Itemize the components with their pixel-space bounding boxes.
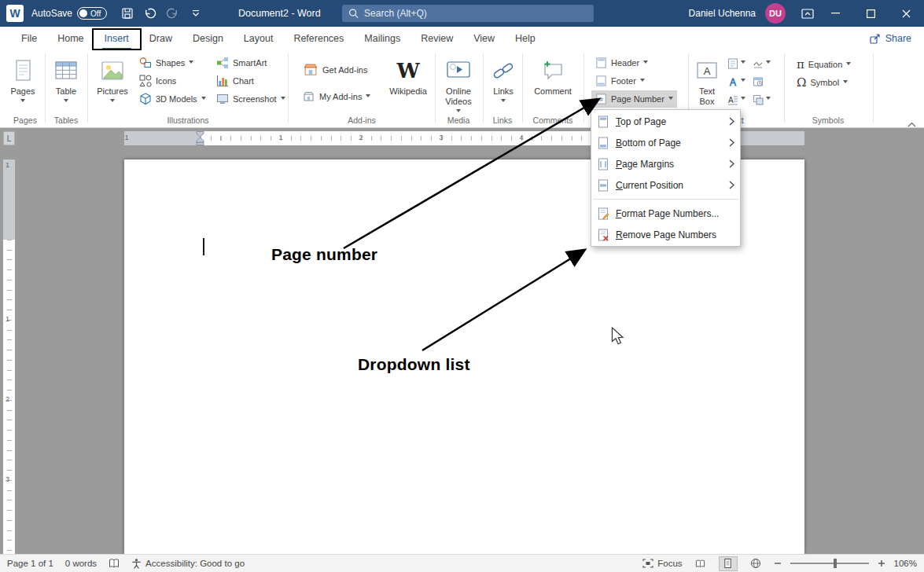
document-title: Document2 - Word <box>238 0 321 27</box>
search-input[interactable] <box>364 8 587 19</box>
ruler-number: 1 <box>278 134 282 141</box>
group-divider <box>483 53 484 123</box>
quick-parts-button[interactable] <box>725 55 749 72</box>
menu-item-top-of-page[interactable]: Top of Page <box>591 111 740 132</box>
date-time-button[interactable] <box>750 73 774 90</box>
ribbon-tab-bar: File Home Insert Draw Design Layout Refe… <box>0 27 924 50</box>
tab-view[interactable]: View <box>463 27 505 50</box>
shapes-button[interactable]: Shapes <box>135 54 197 72</box>
chevron-down-icon <box>766 97 771 102</box>
vertical-ruler[interactable]: 1 1 2 3 <box>3 160 15 554</box>
menu-item-page-margins[interactable]: Page Margins <box>591 153 740 174</box>
smartart-icon <box>216 57 229 69</box>
text-box-button[interactable]: A Text Box <box>692 53 722 116</box>
zoom-slider-thumb[interactable] <box>834 559 837 568</box>
avatar[interactable]: DU <box>765 3 786 24</box>
group-divider <box>87 53 88 123</box>
accessibility-status[interactable]: Accessibility: Good to go <box>131 558 245 569</box>
zoom-out-button[interactable] <box>774 559 782 567</box>
word-logo-icon[interactable]: W <box>6 5 24 22</box>
menu-item-bottom-of-page[interactable]: Bottom of Page <box>591 132 740 153</box>
proofing-button[interactable] <box>109 558 120 569</box>
read-mode-button[interactable] <box>691 556 710 571</box>
chevron-down-icon <box>640 79 645 84</box>
menu-item-current-position[interactable]: Current Position <box>591 174 740 196</box>
group-divider <box>522 53 523 123</box>
user-name[interactable]: Daniel Uchenna <box>689 8 756 19</box>
ribbon-display-options-button[interactable] <box>797 0 818 27</box>
tab-review[interactable]: Review <box>410 27 463 50</box>
online-videos-button[interactable]: Online Videos <box>440 53 477 116</box>
links-button[interactable]: Links <box>488 53 519 116</box>
wikipedia-button[interactable]: W Wikipedia <box>388 53 429 116</box>
text-box-icon: A <box>695 55 719 86</box>
symbol-button[interactable]: Ω Symbol <box>793 74 852 91</box>
my-add-ins-button[interactable]: My Add-ins <box>299 88 374 105</box>
maximize-button[interactable] <box>853 0 889 27</box>
bottom-of-page-icon <box>597 137 609 149</box>
quick-access-toolbar-button[interactable] <box>185 0 206 27</box>
menu-item-label: Page Margins <box>616 159 674 170</box>
tab-draw[interactable]: Draw <box>139 27 182 50</box>
chevron-down-icon <box>741 60 745 66</box>
online-videos-label: Online Videos <box>441 86 476 107</box>
table-label: Table <box>56 86 76 97</box>
footer-button[interactable]: Footer <box>591 72 649 90</box>
page-number-icon: # <box>595 93 607 105</box>
chart-button[interactable]: Chart <box>212 72 258 90</box>
drop-cap-button[interactable]: A <box>725 91 749 108</box>
tab-home[interactable]: Home <box>47 27 94 50</box>
redo-button[interactable] <box>162 0 183 27</box>
share-button[interactable]: Share <box>870 27 911 50</box>
menu-item-format-page-numbers[interactable]: Format Page Numbers... <box>591 203 740 224</box>
wordart-button[interactable]: A <box>725 73 749 90</box>
tab-design[interactable]: Design <box>182 27 234 50</box>
quick-parts-icon <box>727 58 738 69</box>
tab-layout[interactable]: Layout <box>234 27 284 50</box>
word-count[interactable]: 0 words <box>65 559 97 568</box>
signature-line-button[interactable] <box>750 55 774 72</box>
zoom-slider[interactable] <box>790 563 869 564</box>
tab-help[interactable]: Help <box>505 27 546 50</box>
tab-selector[interactable]: L <box>3 131 15 145</box>
page-info[interactable]: Page 1 of 1 <box>7 559 53 568</box>
search-box[interactable] <box>342 5 594 22</box>
chevron-down-icon <box>766 60 771 66</box>
screenshot-button[interactable]: Screenshot <box>212 90 289 108</box>
focus-button[interactable]: Focus <box>642 559 682 568</box>
pictures-button[interactable]: Pictures <box>93 53 132 116</box>
submenu-chevron-icon <box>729 138 734 147</box>
tab-mailings[interactable]: Mailings <box>354 27 410 50</box>
object-button[interactable] <box>750 91 774 108</box>
minimize-button[interactable] <box>818 0 853 27</box>
tab-file[interactable]: File <box>11 27 47 50</box>
undo-button[interactable] <box>139 0 160 27</box>
save-button[interactable] <box>116 0 138 27</box>
3d-models-button[interactable]: 3D Models <box>135 90 210 108</box>
tab-insert[interactable]: Insert <box>94 27 139 50</box>
pages-button[interactable]: Pages <box>6 53 39 116</box>
page-number-button[interactable]: # Page Number <box>591 90 677 108</box>
menu-item-remove-page-numbers[interactable]: Remove Page Numbers <box>591 224 740 245</box>
zoom-in-button[interactable] <box>878 559 885 567</box>
header-label: Header <box>611 58 639 68</box>
header-button[interactable]: Header <box>591 54 652 72</box>
zoom-level[interactable]: 106% <box>894 559 917 568</box>
comment-button[interactable]: Comment <box>528 53 577 116</box>
table-button[interactable]: Table <box>49 53 83 116</box>
web-layout-button[interactable] <box>746 556 765 571</box>
indent-markers[interactable] <box>196 131 204 145</box>
print-layout-button[interactable] <box>719 556 738 571</box>
autosave-toggle[interactable]: AutoSave Off <box>31 7 107 20</box>
chevron-down-icon <box>456 109 461 115</box>
smartart-button[interactable]: SmartArt <box>212 54 271 72</box>
icons-button[interactable]: Icons <box>135 72 180 90</box>
accessibility-icon <box>131 558 142 569</box>
get-add-ins-button[interactable]: Get Add-ins <box>299 61 371 79</box>
close-button[interactable] <box>889 0 924 27</box>
tab-stop-glyph: L <box>7 134 12 143</box>
equation-button[interactable]: π Equation <box>793 56 855 73</box>
get-add-ins-label: Get Add-ins <box>322 65 367 75</box>
tab-references[interactable]: References <box>283 27 354 50</box>
shapes-icon <box>139 57 152 69</box>
